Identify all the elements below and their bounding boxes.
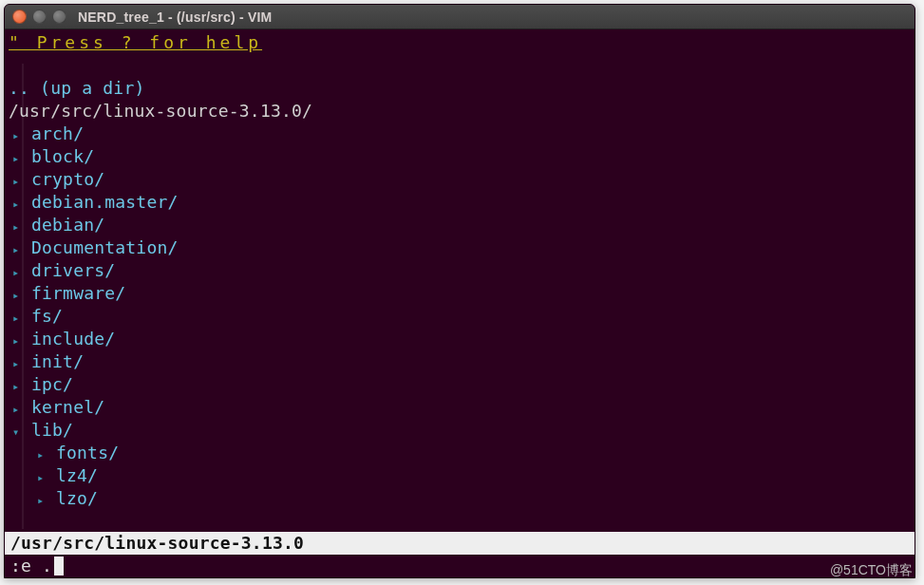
tree-node-name: Documentation/ [31,236,179,259]
tree-node[interactable]: ▸lz4/ [9,464,911,487]
chevron-right-icon[interactable]: ▸ [37,466,48,489]
tree-node[interactable]: ▸kernel/ [9,396,911,419]
tree-node-name: include/ [31,328,115,350]
tree-node-name: kernel/ [31,396,104,419]
tree-node-name: crypto/ [31,168,104,191]
tree-node[interactable]: ▸fs/ [9,305,911,328]
tree-node[interactable]: ▸Documentation/ [9,236,911,259]
tree-node[interactable]: ▸include/ [9,328,911,350]
tree-node-name: arch/ [31,123,84,145]
chevron-right-icon[interactable]: ▸ [37,443,48,466]
tree-node-name: ipc/ [31,373,73,396]
terminal-content[interactable]: " Press ? for help .. (up a dir) /usr/sr… [5,29,915,510]
tree-node[interactable]: ▸crypto/ [9,168,911,191]
window-title: NERD_tree_1 - (/usr/src) - VIM [78,9,272,25]
tree-node[interactable]: ▸lzo/ [9,487,911,510]
tree-node-name: block/ [31,145,94,168]
tree-node-name: debian/ [31,214,104,236]
tree-node-name: lz4/ [56,464,98,487]
chevron-right-icon[interactable]: ▸ [37,489,48,512]
blank-line [9,54,911,77]
tree-node[interactable]: ▸debian/ [9,214,911,236]
cursor-icon [54,557,64,576]
tree-node-name: firmware/ [31,282,125,305]
tree-node[interactable]: ▸ipc/ [9,373,911,396]
tree-node-name: drivers/ [31,259,115,282]
tree-node[interactable]: ▸arch/ [9,123,911,145]
tree-node-name: fs/ [31,305,63,328]
tree-node-name: init/ [31,350,84,373]
tree-node-name: debian.master/ [31,191,179,214]
tree-node[interactable]: ▸drivers/ [9,259,911,282]
minimize-icon[interactable] [32,9,47,24]
tree-node-name: lzo/ [56,487,98,510]
maximize-icon[interactable] [52,9,66,24]
help-line: " Press ? for help [9,31,911,54]
tree-container: ▸arch/▸block/▸crypto/▸debian.master/▸deb… [9,123,911,510]
watermark: @51CTO博客 [830,562,913,579]
tree-node[interactable]: ▸block/ [9,145,911,168]
titlebar: NERD_tree_1 - (/usr/src) - VIM [5,5,915,29]
bottom-area: /usr/src/linux-source-3.13.0 :e . [5,532,915,577]
tree-node[interactable]: ▸init/ [9,350,911,373]
tree-node[interactable]: ▸firmware/ [9,282,911,305]
tree-node[interactable]: ▸debian.master/ [9,191,911,214]
divider [22,64,24,529]
terminal-window: NERD_tree_1 - (/usr/src) - VIM " Press ?… [4,4,915,578]
up-dir-line[interactable]: .. (up a dir) [9,77,911,100]
command-line[interactable]: :e . [5,555,915,577]
close-icon[interactable] [12,9,27,24]
root-path-line: /usr/src/linux-source-3.13.0/ [9,100,911,123]
command-text: :e . [10,555,52,577]
tree-node-name: fonts/ [56,442,119,464]
status-bar: /usr/src/linux-source-3.13.0 [5,532,915,555]
tree-node-name: lib/ [31,419,73,442]
tree-node[interactable]: ▾lib/ [9,419,911,442]
tree-node[interactable]: ▸fonts/ [9,442,911,464]
